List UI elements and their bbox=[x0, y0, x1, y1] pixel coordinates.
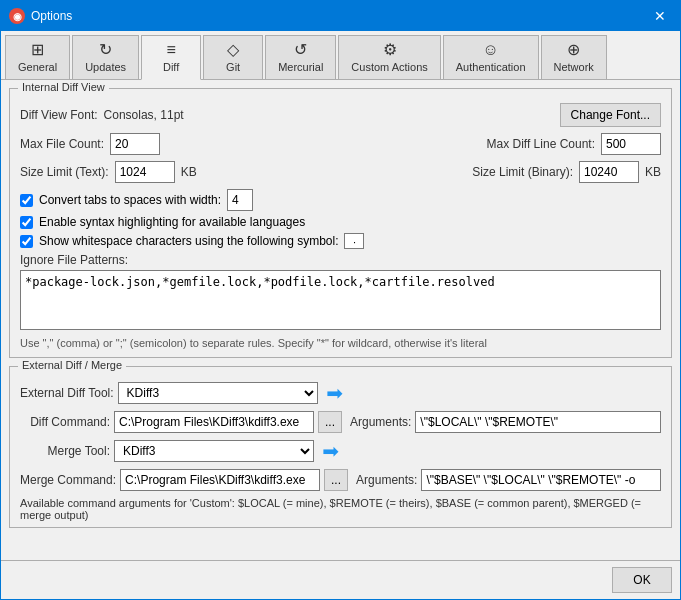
convert-tabs-row: Convert tabs to spaces with width: bbox=[20, 189, 661, 211]
whitespace-symbol: · bbox=[344, 233, 364, 249]
tab-mercurial[interactable]: ↺ Mercurial bbox=[265, 35, 336, 79]
size-text-label: Size Limit (Text): bbox=[20, 165, 109, 179]
internal-section-title: Internal Diff View bbox=[18, 81, 109, 93]
tab-diff-label: Diff bbox=[163, 61, 179, 73]
merge-tool-arrow-icon: ⬅ bbox=[322, 439, 339, 463]
merge-args-label: Arguments: bbox=[356, 473, 417, 487]
updates-icon: ↻ bbox=[99, 42, 112, 58]
tab-network-label: Network bbox=[554, 61, 594, 73]
internal-diff-section: Internal Diff View Diff View Font: Conso… bbox=[9, 88, 672, 358]
syntax-highlight-label: Enable syntax highlighting for available… bbox=[39, 215, 305, 229]
tab-width-input[interactable] bbox=[227, 189, 253, 211]
custom-actions-icon: ⚙ bbox=[383, 42, 397, 58]
args-note: Available command arguments for 'Custom'… bbox=[20, 497, 661, 521]
ignore-patterns-input[interactable]: *package-lock.json,*gemfile.lock,*podfil… bbox=[20, 270, 661, 330]
size-text-input[interactable] bbox=[115, 161, 175, 183]
ext-diff-tool-row: External Diff Tool: KDiff3 ⬅ bbox=[20, 381, 661, 405]
tab-general-label: General bbox=[18, 61, 57, 73]
git-icon: ◇ bbox=[227, 42, 239, 58]
tab-git-label: Git bbox=[226, 61, 240, 73]
ok-button[interactable]: OK bbox=[612, 567, 672, 593]
convert-tabs-checkbox[interactable] bbox=[20, 194, 33, 207]
external-section-title: External Diff / Merge bbox=[18, 359, 126, 371]
font-value: Consolas, 11pt bbox=[104, 108, 184, 122]
tab-general[interactable]: ⊞ General bbox=[5, 35, 70, 79]
merge-browse-button[interactable]: ... bbox=[324, 469, 348, 491]
max-file-label: Max File Count: bbox=[20, 137, 104, 151]
merge-tool-label: Merge Tool: bbox=[20, 444, 110, 458]
title-bar: ◉ Options ✕ bbox=[1, 1, 680, 31]
merge-tool-select[interactable]: KDiff3 bbox=[114, 440, 314, 462]
size-binary-unit: KB bbox=[645, 165, 661, 179]
window-title: Options bbox=[31, 9, 72, 23]
ignore-patterns-section: Ignore File Patterns: *package-lock.json… bbox=[20, 253, 661, 349]
font-row: Diff View Font: Consolas, 11pt Change Fo… bbox=[20, 103, 661, 127]
ignore-hint: Use "," (comma) or ";" (semicolon) to se… bbox=[20, 337, 661, 349]
merge-args-input[interactable] bbox=[421, 469, 661, 491]
change-font-button[interactable]: Change Font... bbox=[560, 103, 661, 127]
options-window: ◉ Options ✕ ⊞ General ↻ Updates ≡ Diff ◇… bbox=[0, 0, 681, 600]
diff-browse-button[interactable]: ... bbox=[318, 411, 342, 433]
max-file-input[interactable] bbox=[110, 133, 160, 155]
diff-args-input[interactable] bbox=[415, 411, 661, 433]
bottom-bar: OK bbox=[1, 560, 680, 599]
merge-cmd-row: Merge Command: ... Arguments: bbox=[20, 469, 661, 491]
network-icon: ⊕ bbox=[567, 42, 580, 58]
authentication-icon: ☺ bbox=[482, 42, 498, 58]
count-row: Max File Count: Max Diff Line Count: bbox=[20, 133, 661, 155]
external-diff-section: External Diff / Merge External Diff Tool… bbox=[9, 366, 672, 528]
diff-cmd-input[interactable] bbox=[114, 411, 314, 433]
tab-bar: ⊞ General ↻ Updates ≡ Diff ◇ Git ↺ Mercu… bbox=[1, 31, 680, 80]
size-binary-input[interactable] bbox=[579, 161, 639, 183]
tab-updates-label: Updates bbox=[85, 61, 126, 73]
size-text-unit: KB bbox=[181, 165, 197, 179]
tab-custom-actions[interactable]: ⚙ Custom Actions bbox=[338, 35, 440, 79]
tab-git[interactable]: ◇ Git bbox=[203, 35, 263, 79]
tab-network[interactable]: ⊕ Network bbox=[541, 35, 607, 79]
whitespace-row: Show whitespace characters using the fol… bbox=[20, 233, 661, 249]
app-icon: ◉ bbox=[9, 8, 25, 24]
convert-tabs-label: Convert tabs to spaces with width: bbox=[39, 193, 221, 207]
tab-mercurial-label: Mercurial bbox=[278, 61, 323, 73]
close-button[interactable]: ✕ bbox=[648, 7, 672, 25]
merge-cmd-label: Merge Command: bbox=[20, 473, 116, 487]
diff-args-label: Arguments: bbox=[350, 415, 411, 429]
syntax-row: Enable syntax highlighting for available… bbox=[20, 215, 661, 229]
merge-tool-row: Merge Tool: KDiff3 ⬅ bbox=[20, 439, 661, 463]
font-label: Diff View Font: bbox=[20, 108, 98, 122]
title-bar-left: ◉ Options bbox=[9, 8, 72, 24]
ext-diff-arrow-icon: ⬅ bbox=[326, 381, 343, 405]
max-diff-label: Max Diff Line Count: bbox=[487, 137, 596, 151]
syntax-highlight-checkbox[interactable] bbox=[20, 216, 33, 229]
tab-updates[interactable]: ↻ Updates bbox=[72, 35, 139, 79]
merge-cmd-input[interactable] bbox=[120, 469, 320, 491]
diff-cmd-row: Diff Command: ... Arguments: bbox=[20, 411, 661, 433]
content-area: Internal Diff View Diff View Font: Conso… bbox=[1, 80, 680, 560]
whitespace-checkbox[interactable] bbox=[20, 235, 33, 248]
max-diff-input[interactable] bbox=[601, 133, 661, 155]
tab-authentication[interactable]: ☺ Authentication bbox=[443, 35, 539, 79]
tab-custom-actions-label: Custom Actions bbox=[351, 61, 427, 73]
ignore-label: Ignore File Patterns: bbox=[20, 253, 661, 267]
general-icon: ⊞ bbox=[31, 42, 44, 58]
tab-diff[interactable]: ≡ Diff bbox=[141, 35, 201, 80]
whitespace-label: Show whitespace characters using the fol… bbox=[39, 234, 338, 248]
size-row: Size Limit (Text): KB Size Limit (Binary… bbox=[20, 161, 661, 183]
ext-diff-tool-select[interactable]: KDiff3 bbox=[118, 382, 318, 404]
tab-authentication-label: Authentication bbox=[456, 61, 526, 73]
diff-cmd-label: Diff Command: bbox=[20, 415, 110, 429]
diff-icon: ≡ bbox=[166, 42, 175, 58]
ext-diff-tool-label: External Diff Tool: bbox=[20, 386, 114, 400]
size-binary-label: Size Limit (Binary): bbox=[472, 165, 573, 179]
mercurial-icon: ↺ bbox=[294, 42, 307, 58]
